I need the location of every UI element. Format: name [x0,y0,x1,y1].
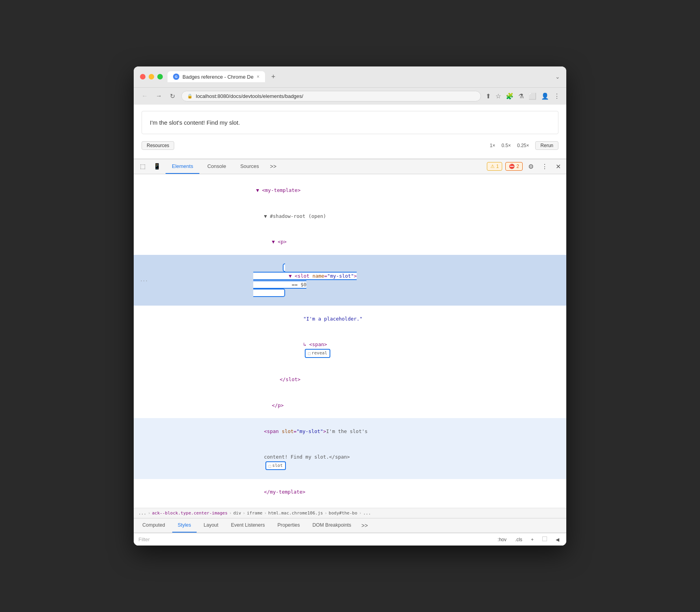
tag-slot-close: </slot> [280,376,300,382]
reload-button[interactable]: ↻ [168,92,177,101]
tab-layout[interactable]: Layout [198,518,224,533]
warning-badge[interactable]: ⚠ 1 [487,162,503,171]
error-icon: ⛔ [509,164,515,169]
device-toggle-icon[interactable]: 📱 [150,160,164,173]
dom-row-shadow-root[interactable]: ▼ #shadow-root (open) [134,203,566,229]
resource-bar: Resources 1× 0.5× 0.25× Rerun [142,139,558,152]
url-text: localhost:8080/docs/devtools/elements/ba… [196,93,303,99]
filter-bar: Filter :hov .cls + ◀ [134,533,566,546]
desktop-icon[interactable]: ⬜ [529,92,536,100]
speed-controls: 1× 0.5× 0.25× [490,143,529,148]
color-indicator [542,536,547,541]
profile-icon[interactable]: 👤 [541,92,549,100]
bookmark-icon[interactable]: ☆ [496,92,501,100]
reveal-badge-icon: ⬚ [308,350,310,357]
breadcrumb-dots-left[interactable]: ... [138,511,146,516]
tab-styles[interactable]: Styles [172,518,197,533]
devtools-right-actions: ⚠ 1 ⛔ 2 ⚙ ⋮ ✕ [487,160,563,173]
tab-favicon: G [173,74,179,80]
tag-my-template-close: </my-template> [264,489,305,495]
tab-properties[interactable]: Properties [272,518,305,533]
dom-row-placeholder[interactable]: "I'm a placeholder." [134,306,566,332]
active-tab[interactable]: G Badges reference - Chrome De × [168,71,265,82]
minimize-window-button[interactable] [149,74,154,79]
devtools-tab-bar: ⬚ 📱 Elements Console Sources >> ⚠ 1 ⛔ 2 … [134,159,566,174]
title-bar: G Badges reference - Chrome De × + ⌄ [134,66,566,87]
element-picker-icon[interactable]: ⬚ [137,160,149,173]
rerun-button[interactable]: Rerun [535,141,558,150]
filter-actions: :hov .cls + ◀ [495,536,562,543]
dom-row-slot-close[interactable]: </slot> [134,367,566,393]
dom-row-span-slot[interactable]: <span slot="my-slot">I'm the slot's [134,418,566,444]
breadcrumb-item-2[interactable]: div [233,511,241,516]
tab-menu-button[interactable]: ⌄ [555,74,560,80]
more-tabs-button[interactable]: >> [267,160,280,173]
tag-span-arrow: ↳ <span> [303,341,327,347]
placeholder-text: "I'm a placeholder." [303,316,363,322]
extensions-icon[interactable]: 🧩 [506,92,514,100]
close-window-button[interactable] [140,74,146,79]
address-bar: ← → ↻ 🔒 localhost:8080/docs/devtools/ele… [134,87,566,105]
speed-05x[interactable]: 0.5× [501,143,511,148]
tab-close-button[interactable]: × [257,74,260,79]
dom-row-p-open[interactable]: ▼ <p> [134,229,566,255]
warning-icon: ⚠ [490,164,495,169]
warning-count: 1 [496,164,499,169]
more-options-icon[interactable]: ⋮ [539,160,550,173]
labs-icon[interactable]: ⚗ [518,92,524,100]
tab-elements[interactable]: Elements [166,159,199,174]
back-button[interactable]: ← [140,92,149,100]
error-badge[interactable]: ⛔ 2 [505,162,523,171]
slot-badge-text: slot [272,462,283,470]
tab-event-listeners[interactable]: Event Listeners [225,518,270,533]
dom-row-span-reveal[interactable]: ↳ <span> ⬚ reveal [134,332,566,367]
new-tab-button[interactable]: + [268,71,279,83]
slot-demo-box: I'm the slot's content! Find my slot. [142,111,558,134]
tab-dom-breakpoints[interactable]: DOM Breakpoints [307,518,357,533]
slot-badge[interactable]: ⬚ slot [265,461,286,470]
tag-my-template-open: ▼ <my-template> [256,187,300,193]
dom-row-my-template[interactable]: ▼ <my-template> [134,177,566,203]
browser-more-icon[interactable]: ⋮ [554,92,560,100]
shadow-root-text: ▼ #shadow-root (open) [264,213,326,219]
add-rule-button[interactable]: + [529,536,536,543]
more-bottom-tabs-button[interactable]: >> [358,519,371,532]
filter-placeholder[interactable]: Filter [138,536,150,542]
sidebar-toggle-button[interactable]: ◀ [553,536,562,543]
url-actions: ⬆ ☆ 🧩 ⚗ ⬜ 👤 ⋮ [486,92,560,100]
speed-025x[interactable]: 0.25× [517,143,529,148]
cls-button[interactable]: .cls [513,536,525,543]
settings-icon[interactable]: ⚙ [526,160,536,173]
url-bar[interactable]: 🔒 localhost:8080/docs/devtools/elements/… [181,91,481,101]
page-content: I'm the slot's content! Find my slot. Re… [134,105,566,159]
breadcrumb-dots-right[interactable]: ... [363,511,371,516]
forward-button[interactable]: → [154,92,164,100]
tag-span-slot-open: <span slot="my-slot">I'm the slot's [264,428,367,434]
share-icon[interactable]: ⬆ [486,92,491,100]
speed-1x[interactable]: 1× [490,143,496,148]
close-devtools-button[interactable]: ✕ [553,160,563,173]
tab-computed[interactable]: Computed [137,518,171,533]
dom-row-my-template-close[interactable]: </my-template> [134,479,566,505]
slot-demo-text: I'm the slot's content! Find my slot. [150,119,550,126]
dom-row-p-close[interactable]: </p> [134,393,566,418]
breadcrumb-item-5[interactable]: body#the-bo [329,511,357,516]
bottom-tab-bar: Computed Styles Layout Event Listeners P… [134,518,566,533]
color-swatch-button[interactable] [540,536,549,543]
tag-p-open: ▼ <p> [272,239,287,245]
breadcrumb-item-1[interactable]: ack--block.type.center-images [152,511,228,516]
dom-dots-left: ... [140,277,148,284]
resources-button[interactable]: Resources [142,141,174,150]
dom-row-span-slot-content[interactable]: content! Find my slot.</span> ⬚ slot [134,444,566,479]
span-slot-content: content! Find my slot.</span> [264,454,350,460]
reveal-badge[interactable]: ⬚ reveal [305,349,330,358]
traffic-lights [140,74,163,79]
breadcrumb-item-3[interactable]: iframe [247,511,263,516]
tab-console[interactable]: Console [201,159,232,174]
hov-button[interactable]: :hov [495,536,509,543]
tab-sources[interactable]: Sources [234,159,265,174]
maximize-window-button[interactable] [157,74,163,79]
tab-bar: G Badges reference - Chrome De × + ⌄ [168,71,560,83]
breadcrumb-item-4[interactable]: html.mac.chrome106.js [268,511,323,516]
dom-row-slot[interactable]: ... ▼ <slot name="my-slot"> == $0 [134,255,566,306]
